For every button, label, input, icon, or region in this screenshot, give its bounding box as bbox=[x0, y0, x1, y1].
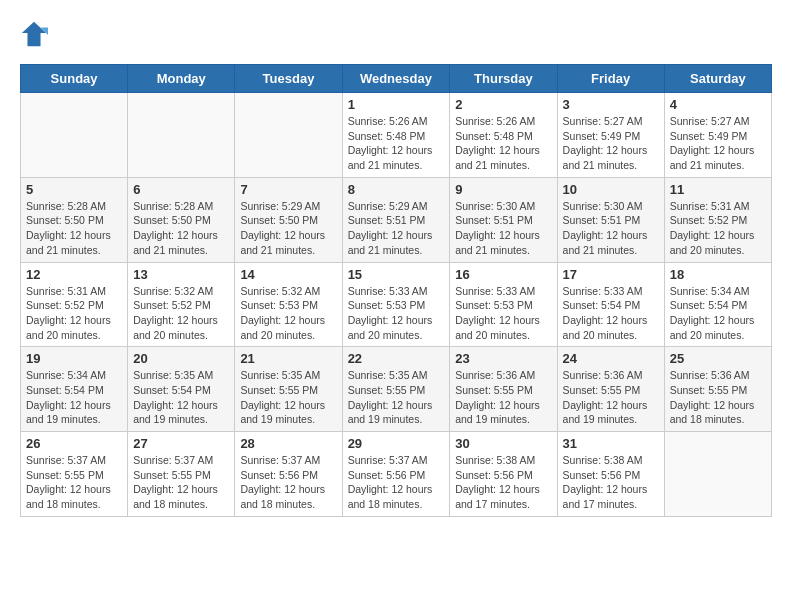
calendar-cell: 12Sunrise: 5:31 AMSunset: 5:52 PMDayligh… bbox=[21, 262, 128, 347]
weekday-header-thursday: Thursday bbox=[450, 65, 557, 93]
day-number: 19 bbox=[26, 351, 122, 366]
day-number: 2 bbox=[455, 97, 551, 112]
week-row-5: 26Sunrise: 5:37 AMSunset: 5:55 PMDayligh… bbox=[21, 432, 772, 517]
day-info: Sunrise: 5:36 AMSunset: 5:55 PMDaylight:… bbox=[670, 368, 766, 427]
calendar-cell: 6Sunrise: 5:28 AMSunset: 5:50 PMDaylight… bbox=[128, 177, 235, 262]
day-number: 20 bbox=[133, 351, 229, 366]
calendar-cell: 13Sunrise: 5:32 AMSunset: 5:52 PMDayligh… bbox=[128, 262, 235, 347]
day-number: 8 bbox=[348, 182, 445, 197]
day-number: 22 bbox=[348, 351, 445, 366]
day-number: 24 bbox=[563, 351, 659, 366]
calendar-cell bbox=[664, 432, 771, 517]
day-info: Sunrise: 5:34 AMSunset: 5:54 PMDaylight:… bbox=[670, 284, 766, 343]
day-info: Sunrise: 5:38 AMSunset: 5:56 PMDaylight:… bbox=[455, 453, 551, 512]
day-number: 18 bbox=[670, 267, 766, 282]
day-number: 1 bbox=[348, 97, 445, 112]
day-number: 9 bbox=[455, 182, 551, 197]
day-number: 11 bbox=[670, 182, 766, 197]
calendar-cell bbox=[235, 93, 342, 178]
weekday-header-tuesday: Tuesday bbox=[235, 65, 342, 93]
week-row-2: 5Sunrise: 5:28 AMSunset: 5:50 PMDaylight… bbox=[21, 177, 772, 262]
calendar-cell: 25Sunrise: 5:36 AMSunset: 5:55 PMDayligh… bbox=[664, 347, 771, 432]
week-row-1: 1Sunrise: 5:26 AMSunset: 5:48 PMDaylight… bbox=[21, 93, 772, 178]
day-info: Sunrise: 5:36 AMSunset: 5:55 PMDaylight:… bbox=[455, 368, 551, 427]
day-info: Sunrise: 5:30 AMSunset: 5:51 PMDaylight:… bbox=[563, 199, 659, 258]
day-info: Sunrise: 5:37 AMSunset: 5:56 PMDaylight:… bbox=[240, 453, 336, 512]
day-number: 16 bbox=[455, 267, 551, 282]
day-number: 10 bbox=[563, 182, 659, 197]
calendar-cell: 1Sunrise: 5:26 AMSunset: 5:48 PMDaylight… bbox=[342, 93, 450, 178]
week-row-3: 12Sunrise: 5:31 AMSunset: 5:52 PMDayligh… bbox=[21, 262, 772, 347]
day-number: 12 bbox=[26, 267, 122, 282]
day-number: 31 bbox=[563, 436, 659, 451]
calendar-cell: 3Sunrise: 5:27 AMSunset: 5:49 PMDaylight… bbox=[557, 93, 664, 178]
calendar-cell: 8Sunrise: 5:29 AMSunset: 5:51 PMDaylight… bbox=[342, 177, 450, 262]
calendar-cell: 4Sunrise: 5:27 AMSunset: 5:49 PMDaylight… bbox=[664, 93, 771, 178]
weekday-header-row: SundayMondayTuesdayWednesdayThursdayFrid… bbox=[21, 65, 772, 93]
day-info: Sunrise: 5:33 AMSunset: 5:53 PMDaylight:… bbox=[348, 284, 445, 343]
day-info: Sunrise: 5:33 AMSunset: 5:54 PMDaylight:… bbox=[563, 284, 659, 343]
day-number: 14 bbox=[240, 267, 336, 282]
weekday-header-sunday: Sunday bbox=[21, 65, 128, 93]
calendar-cell: 29Sunrise: 5:37 AMSunset: 5:56 PMDayligh… bbox=[342, 432, 450, 517]
day-number: 5 bbox=[26, 182, 122, 197]
calendar-cell: 23Sunrise: 5:36 AMSunset: 5:55 PMDayligh… bbox=[450, 347, 557, 432]
day-number: 15 bbox=[348, 267, 445, 282]
day-number: 28 bbox=[240, 436, 336, 451]
day-number: 6 bbox=[133, 182, 229, 197]
calendar-cell: 2Sunrise: 5:26 AMSunset: 5:48 PMDaylight… bbox=[450, 93, 557, 178]
day-info: Sunrise: 5:35 AMSunset: 5:54 PMDaylight:… bbox=[133, 368, 229, 427]
day-info: Sunrise: 5:27 AMSunset: 5:49 PMDaylight:… bbox=[670, 114, 766, 173]
calendar-cell: 9Sunrise: 5:30 AMSunset: 5:51 PMDaylight… bbox=[450, 177, 557, 262]
calendar-cell: 27Sunrise: 5:37 AMSunset: 5:55 PMDayligh… bbox=[128, 432, 235, 517]
day-info: Sunrise: 5:26 AMSunset: 5:48 PMDaylight:… bbox=[348, 114, 445, 173]
calendar-cell: 22Sunrise: 5:35 AMSunset: 5:55 PMDayligh… bbox=[342, 347, 450, 432]
calendar-cell: 5Sunrise: 5:28 AMSunset: 5:50 PMDaylight… bbox=[21, 177, 128, 262]
weekday-header-wednesday: Wednesday bbox=[342, 65, 450, 93]
calendar-table: SundayMondayTuesdayWednesdayThursdayFrid… bbox=[20, 64, 772, 517]
day-info: Sunrise: 5:35 AMSunset: 5:55 PMDaylight:… bbox=[240, 368, 336, 427]
day-number: 21 bbox=[240, 351, 336, 366]
day-info: Sunrise: 5:31 AMSunset: 5:52 PMDaylight:… bbox=[26, 284, 122, 343]
day-info: Sunrise: 5:32 AMSunset: 5:52 PMDaylight:… bbox=[133, 284, 229, 343]
day-info: Sunrise: 5:35 AMSunset: 5:55 PMDaylight:… bbox=[348, 368, 445, 427]
day-info: Sunrise: 5:28 AMSunset: 5:50 PMDaylight:… bbox=[26, 199, 122, 258]
calendar-cell: 26Sunrise: 5:37 AMSunset: 5:55 PMDayligh… bbox=[21, 432, 128, 517]
day-number: 4 bbox=[670, 97, 766, 112]
calendar-cell: 19Sunrise: 5:34 AMSunset: 5:54 PMDayligh… bbox=[21, 347, 128, 432]
day-number: 3 bbox=[563, 97, 659, 112]
day-info: Sunrise: 5:30 AMSunset: 5:51 PMDaylight:… bbox=[455, 199, 551, 258]
calendar-cell: 17Sunrise: 5:33 AMSunset: 5:54 PMDayligh… bbox=[557, 262, 664, 347]
day-info: Sunrise: 5:34 AMSunset: 5:54 PMDaylight:… bbox=[26, 368, 122, 427]
calendar-cell bbox=[128, 93, 235, 178]
calendar-cell: 28Sunrise: 5:37 AMSunset: 5:56 PMDayligh… bbox=[235, 432, 342, 517]
calendar-cell: 24Sunrise: 5:36 AMSunset: 5:55 PMDayligh… bbox=[557, 347, 664, 432]
logo bbox=[20, 20, 52, 48]
day-info: Sunrise: 5:29 AMSunset: 5:51 PMDaylight:… bbox=[348, 199, 445, 258]
day-info: Sunrise: 5:37 AMSunset: 5:56 PMDaylight:… bbox=[348, 453, 445, 512]
calendar-cell: 14Sunrise: 5:32 AMSunset: 5:53 PMDayligh… bbox=[235, 262, 342, 347]
calendar-cell bbox=[21, 93, 128, 178]
day-number: 25 bbox=[670, 351, 766, 366]
calendar-cell: 16Sunrise: 5:33 AMSunset: 5:53 PMDayligh… bbox=[450, 262, 557, 347]
week-row-4: 19Sunrise: 5:34 AMSunset: 5:54 PMDayligh… bbox=[21, 347, 772, 432]
calendar-cell: 30Sunrise: 5:38 AMSunset: 5:56 PMDayligh… bbox=[450, 432, 557, 517]
weekday-header-friday: Friday bbox=[557, 65, 664, 93]
day-info: Sunrise: 5:32 AMSunset: 5:53 PMDaylight:… bbox=[240, 284, 336, 343]
day-number: 17 bbox=[563, 267, 659, 282]
calendar-cell: 21Sunrise: 5:35 AMSunset: 5:55 PMDayligh… bbox=[235, 347, 342, 432]
day-number: 13 bbox=[133, 267, 229, 282]
day-info: Sunrise: 5:31 AMSunset: 5:52 PMDaylight:… bbox=[670, 199, 766, 258]
day-number: 30 bbox=[455, 436, 551, 451]
day-number: 23 bbox=[455, 351, 551, 366]
svg-marker-0 bbox=[22, 22, 46, 46]
calendar-cell: 11Sunrise: 5:31 AMSunset: 5:52 PMDayligh… bbox=[664, 177, 771, 262]
calendar-cell: 18Sunrise: 5:34 AMSunset: 5:54 PMDayligh… bbox=[664, 262, 771, 347]
day-info: Sunrise: 5:37 AMSunset: 5:55 PMDaylight:… bbox=[133, 453, 229, 512]
calendar-cell: 10Sunrise: 5:30 AMSunset: 5:51 PMDayligh… bbox=[557, 177, 664, 262]
logo-icon bbox=[20, 20, 48, 48]
day-number: 29 bbox=[348, 436, 445, 451]
day-number: 7 bbox=[240, 182, 336, 197]
day-number: 27 bbox=[133, 436, 229, 451]
day-info: Sunrise: 5:29 AMSunset: 5:50 PMDaylight:… bbox=[240, 199, 336, 258]
